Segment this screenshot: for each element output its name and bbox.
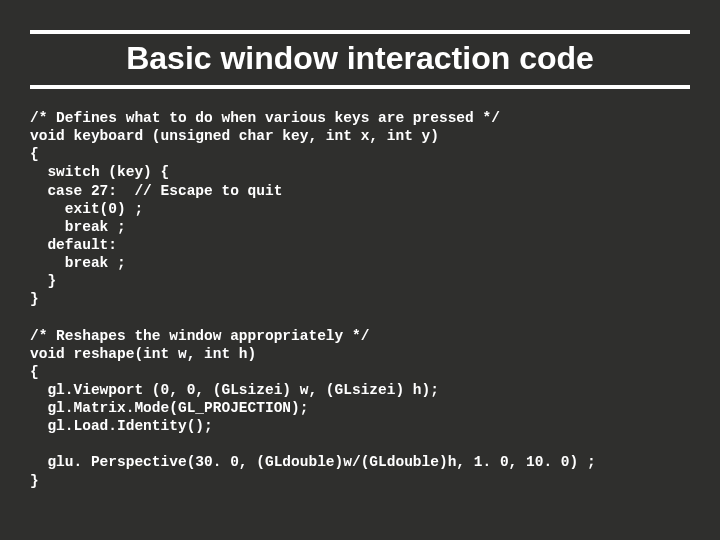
divider-bottom xyxy=(30,85,690,89)
title-block: Basic window interaction code xyxy=(30,30,690,89)
slide: Basic window interaction code /* Defines… xyxy=(0,0,720,510)
slide-title: Basic window interaction code xyxy=(30,38,690,79)
code-block: /* Defines what to do when various keys … xyxy=(30,101,690,490)
divider-top xyxy=(30,30,690,34)
